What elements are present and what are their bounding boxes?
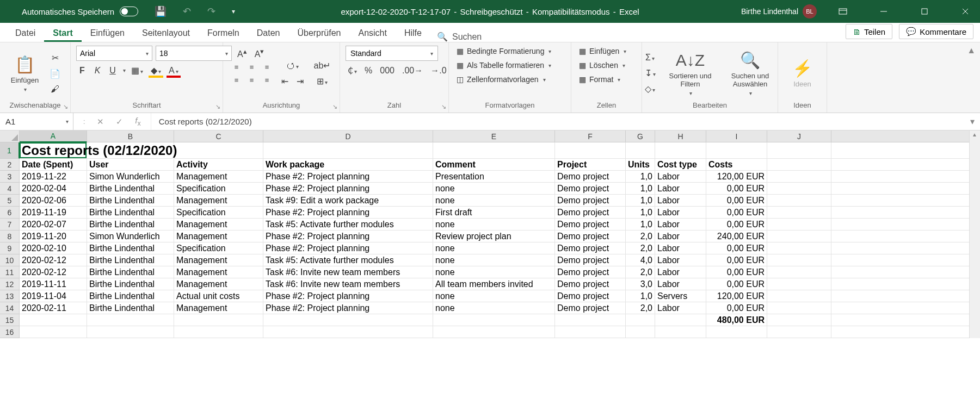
cell[interactable]: none <box>433 302 555 314</box>
cell[interactable]: 2019-11-22 <box>20 171 87 183</box>
cell[interactable] <box>87 326 174 338</box>
cell[interactable] <box>433 314 555 326</box>
cell[interactable]: Labor <box>655 231 706 242</box>
cell[interactable]: Phase #2: Project planning <box>263 290 433 302</box>
cut-icon[interactable]: ✂ <box>47 52 63 64</box>
cell[interactable] <box>555 326 626 338</box>
cell[interactable]: Birthe Lindenthal <box>87 195 174 207</box>
column-header[interactable]: D <box>263 130 433 142</box>
cell[interactable]: Labor <box>655 266 706 278</box>
indent-dec-icon[interactable]: ⇤ <box>279 75 291 88</box>
font-color-button[interactable]: A▾ <box>167 65 181 77</box>
cell[interactable]: Demo project <box>555 302 626 314</box>
cell[interactable]: Task #9: Edit a work package <box>263 195 433 207</box>
minimize-button[interactable] <box>868 0 898 23</box>
row-header[interactable]: 7 <box>0 219 20 231</box>
cell[interactable]: Phase #2: Project planning <box>263 207 433 219</box>
percent-icon[interactable]: % <box>362 65 374 77</box>
cell[interactable] <box>767 266 831 278</box>
toggle-switch-icon[interactable] <box>120 7 138 16</box>
cell[interactable]: Activity <box>174 159 263 171</box>
cell[interactable]: Demo project <box>555 195 626 207</box>
cell[interactable]: 120,00 EUR <box>706 290 767 302</box>
number-format-select[interactable]: Standard▾ <box>346 46 438 61</box>
cell[interactable]: Phase #2: Project planning <box>263 183 433 195</box>
cell[interactable]: 0,00 EUR <box>706 254 767 266</box>
cell[interactable]: 0,00 EUR <box>706 219 767 231</box>
cell[interactable]: Comment <box>433 159 555 171</box>
cell-styles-button[interactable]: ◫Zellenformatvorlagen▾ <box>454 74 548 85</box>
row-header[interactable]: 3 <box>0 171 20 183</box>
cell[interactable]: Demo project <box>555 290 626 302</box>
cell[interactable]: Birthe Lindenthal <box>87 207 174 219</box>
cell[interactable]: none <box>433 219 555 231</box>
column-header[interactable]: A <box>20 130 87 142</box>
conditional-formatting-button[interactable]: ▦Bedingte Formatierung▾ <box>454 46 553 57</box>
cell[interactable] <box>20 326 87 338</box>
cell[interactable]: Demo project <box>555 219 626 231</box>
cancel-x-icon[interactable]: ✕ <box>97 117 104 127</box>
cell[interactable]: Labor <box>655 207 706 219</box>
column-header[interactable]: B <box>87 130 174 142</box>
row-header[interactable]: 15 <box>0 314 20 326</box>
cell[interactable]: Birthe Lindenthal <box>87 254 174 266</box>
row-header[interactable]: 14 <box>0 302 20 314</box>
cell[interactable] <box>174 326 263 338</box>
column-header[interactable]: H <box>655 130 706 142</box>
cell[interactable]: All team members invited <box>433 278 555 290</box>
cell[interactable] <box>706 142 767 159</box>
align-center-icon[interactable]: ≡ <box>245 74 258 85</box>
cell[interactable]: none <box>433 266 555 278</box>
cell[interactable]: Servers <box>655 290 706 302</box>
row-header[interactable]: 11 <box>0 266 20 278</box>
cell[interactable]: Units <box>626 159 655 171</box>
tab-formulas[interactable]: Formeln <box>199 25 248 42</box>
cell[interactable] <box>767 242 831 254</box>
format-as-table-button[interactable]: ▦Als Tabelle formatieren▾ <box>454 60 553 71</box>
cell[interactable] <box>767 314 831 326</box>
cell[interactable]: Simon Wunderlich <box>87 171 174 183</box>
cell[interactable]: 480,00 EUR <box>706 314 767 326</box>
border-button[interactable]: ▦▾ <box>129 64 145 77</box>
cell[interactable]: none <box>433 290 555 302</box>
share-button[interactable]: 🗎Teilen <box>846 24 892 39</box>
cell[interactable]: Labor <box>655 254 706 266</box>
fill-color-button[interactable]: ◆▾ <box>149 64 163 77</box>
ideas-button[interactable]: ⚡Ideen <box>789 57 816 90</box>
tab-view[interactable]: Ansicht <box>349 25 395 42</box>
cell[interactable]: none <box>433 183 555 195</box>
ribbon-display-button[interactable] <box>828 0 858 23</box>
cell[interactable]: 240,00 EUR <box>706 231 767 242</box>
user-account[interactable]: Birthe Lindenthal BL <box>741 4 817 18</box>
cell[interactable]: Specification <box>174 242 263 254</box>
cell[interactable] <box>263 314 433 326</box>
tab-file[interactable]: Datei <box>7 25 44 42</box>
cell[interactable]: Project <box>555 159 626 171</box>
insert-cells-button[interactable]: ▦Einfügen▾ <box>577 46 628 57</box>
cell[interactable]: Labor <box>655 278 706 290</box>
underline-button[interactable]: U <box>107 65 119 77</box>
format-cells-button[interactable]: ▦Format▾ <box>577 74 622 85</box>
cell[interactable] <box>655 142 706 159</box>
copy-icon[interactable]: 📄 <box>47 67 63 80</box>
column-header[interactable]: F <box>555 130 626 142</box>
cell[interactable]: 0,00 EUR <box>706 242 767 254</box>
currency-icon[interactable]: ₵▾ <box>346 64 359 77</box>
cell[interactable]: 2,0 <box>626 266 655 278</box>
cell[interactable]: Task #5: Activate further modules <box>263 254 433 266</box>
font-name-select[interactable]: Arial▾ <box>76 46 152 61</box>
cell[interactable]: Labor <box>655 195 706 207</box>
row-header[interactable]: 13 <box>0 290 20 302</box>
column-header[interactable]: E <box>433 130 555 142</box>
cell[interactable]: 2019-11-20 <box>20 231 87 242</box>
cell[interactable]: Review project plan <box>433 231 555 242</box>
cell[interactable]: Management <box>174 254 263 266</box>
cell[interactable]: User <box>87 159 174 171</box>
align-right-icon[interactable]: ≡ <box>261 74 274 85</box>
cell[interactable]: 2020-02-04 <box>20 183 87 195</box>
thousands-icon[interactable]: 000 <box>378 65 397 77</box>
enter-check-icon[interactable]: ✓ <box>116 117 123 127</box>
cell[interactable]: Presentation <box>433 171 555 183</box>
row-header[interactable]: 2 <box>0 159 20 171</box>
cell[interactable]: Management <box>174 171 263 183</box>
